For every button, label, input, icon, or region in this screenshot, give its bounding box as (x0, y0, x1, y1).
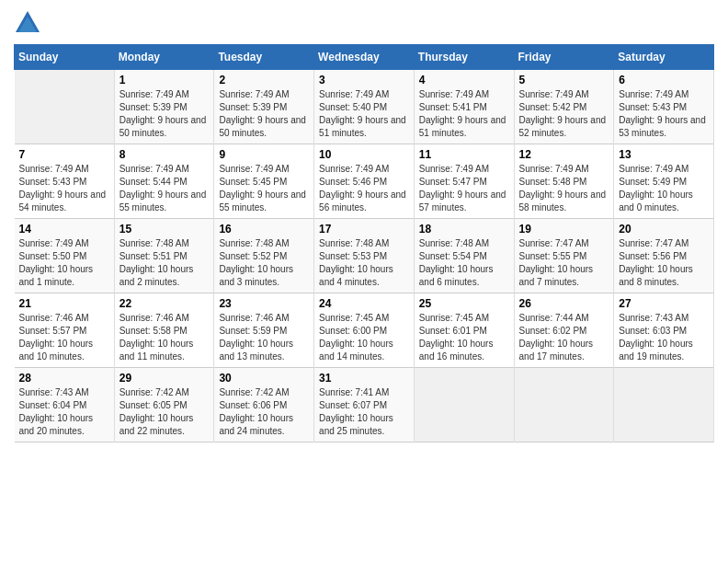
calendar-week-row: 14 Sunrise: 7:49 AMSunset: 5:50 PMDaylig… (15, 219, 714, 293)
day-info: Sunrise: 7:42 AMSunset: 6:06 PMDaylight:… (219, 387, 293, 436)
day-number: 25 (419, 297, 509, 310)
day-info: Sunrise: 7:49 AMSunset: 5:49 PMDaylight:… (619, 164, 693, 213)
day-info: Sunrise: 7:49 AMSunset: 5:46 PMDaylight:… (319, 164, 406, 213)
day-number: 7 (19, 148, 109, 161)
calendar-cell: 17 Sunrise: 7:48 AMSunset: 5:53 PMDaylig… (314, 219, 415, 293)
calendar-cell: 25 Sunrise: 7:45 AMSunset: 6:01 PMDaylig… (414, 293, 514, 368)
calendar-cell: 4 Sunrise: 7:49 AMSunset: 5:41 PMDayligh… (414, 70, 514, 144)
calendar-cell: 5 Sunrise: 7:49 AMSunset: 5:42 PMDayligh… (514, 70, 614, 144)
day-info: Sunrise: 7:46 AMSunset: 5:59 PMDaylight:… (219, 313, 293, 362)
day-info: Sunrise: 7:49 AMSunset: 5:43 PMDaylight:… (19, 164, 107, 213)
calendar-cell: 14 Sunrise: 7:49 AMSunset: 5:50 PMDaylig… (15, 219, 115, 293)
calendar-cell: 13 Sunrise: 7:49 AMSunset: 5:49 PMDaylig… (614, 144, 714, 219)
calendar-cell: 30 Sunrise: 7:42 AMSunset: 6:06 PMDaylig… (214, 368, 314, 442)
calendar-cell: 3 Sunrise: 7:49 AMSunset: 5:40 PMDayligh… (314, 70, 415, 144)
weekday-header-friday: Friday (514, 45, 614, 70)
day-info: Sunrise: 7:48 AMSunset: 5:54 PMDaylight:… (419, 238, 494, 287)
day-info: Sunrise: 7:49 AMSunset: 5:47 PMDaylight:… (419, 164, 506, 213)
calendar-cell (614, 368, 714, 442)
calendar-week-row: 28 Sunrise: 7:43 AMSunset: 6:04 PMDaylig… (15, 368, 714, 442)
calendar-cell: 6 Sunrise: 7:49 AMSunset: 5:43 PMDayligh… (614, 70, 714, 144)
day-number: 14 (19, 223, 109, 236)
day-info: Sunrise: 7:48 AMSunset: 5:51 PMDaylight:… (119, 238, 194, 287)
day-info: Sunrise: 7:49 AMSunset: 5:43 PMDaylight:… (619, 89, 706, 138)
weekday-header-row: SundayMondayTuesdayWednesdayThursdayFrid… (15, 45, 714, 70)
day-info: Sunrise: 7:45 AMSunset: 6:01 PMDaylight:… (419, 313, 494, 362)
day-number: 28 (19, 372, 109, 385)
calendar-cell: 1 Sunrise: 7:49 AMSunset: 5:39 PMDayligh… (114, 70, 214, 144)
calendar-week-row: 7 Sunrise: 7:49 AMSunset: 5:43 PMDayligh… (15, 144, 714, 219)
day-number: 15 (119, 223, 210, 236)
day-number: 18 (419, 223, 509, 236)
weekday-header-monday: Monday (114, 45, 214, 70)
calendar-cell: 26 Sunrise: 7:44 AMSunset: 6:02 PMDaylig… (514, 293, 614, 368)
day-info: Sunrise: 7:49 AMSunset: 5:40 PMDaylight:… (319, 89, 406, 138)
day-number: 31 (319, 372, 409, 385)
day-info: Sunrise: 7:49 AMSunset: 5:39 PMDaylight:… (219, 89, 306, 138)
calendar-cell: 10 Sunrise: 7:49 AMSunset: 5:46 PMDaylig… (314, 144, 415, 219)
day-number: 27 (619, 297, 709, 310)
day-number: 8 (119, 148, 210, 161)
calendar-cell: 24 Sunrise: 7:45 AMSunset: 6:00 PMDaylig… (314, 293, 415, 368)
calendar-cell: 12 Sunrise: 7:49 AMSunset: 5:48 PMDaylig… (514, 144, 614, 219)
calendar-cell: 2 Sunrise: 7:49 AMSunset: 5:39 PMDayligh… (214, 70, 314, 144)
day-info: Sunrise: 7:48 AMSunset: 5:53 PMDaylight:… (319, 238, 393, 287)
weekday-header-tuesday: Tuesday (214, 45, 314, 70)
day-number: 13 (619, 148, 709, 161)
day-info: Sunrise: 7:49 AMSunset: 5:41 PMDaylight:… (419, 89, 506, 138)
weekday-header-saturday: Saturday (614, 45, 714, 70)
calendar-cell: 20 Sunrise: 7:47 AMSunset: 5:56 PMDaylig… (614, 219, 714, 293)
day-info: Sunrise: 7:49 AMSunset: 5:50 PMDaylight:… (19, 238, 94, 287)
day-number: 10 (319, 148, 409, 161)
day-number: 6 (619, 74, 709, 86)
day-info: Sunrise: 7:49 AMSunset: 5:45 PMDaylight:… (219, 164, 306, 213)
day-number: 11 (419, 148, 509, 161)
day-number: 26 (519, 297, 609, 310)
day-number: 22 (119, 297, 210, 310)
day-info: Sunrise: 7:44 AMSunset: 6:02 PMDaylight:… (519, 313, 594, 362)
page-header (14, 9, 714, 37)
day-number: 23 (219, 297, 309, 310)
day-info: Sunrise: 7:49 AMSunset: 5:44 PMDaylight:… (119, 164, 207, 213)
day-info: Sunrise: 7:46 AMSunset: 5:57 PMDaylight:… (19, 313, 94, 362)
day-number: 12 (519, 148, 609, 161)
calendar-cell (15, 70, 115, 144)
day-info: Sunrise: 7:43 AMSunset: 6:04 PMDaylight:… (19, 387, 94, 436)
logo-icon (14, 9, 41, 37)
calendar-cell: 19 Sunrise: 7:47 AMSunset: 5:55 PMDaylig… (514, 219, 614, 293)
day-number: 19 (519, 223, 609, 236)
day-number: 4 (419, 74, 509, 86)
calendar-cell (514, 368, 614, 442)
calendar-cell: 29 Sunrise: 7:42 AMSunset: 6:05 PMDaylig… (114, 368, 214, 442)
calendar-cell: 7 Sunrise: 7:49 AMSunset: 5:43 PMDayligh… (15, 144, 115, 219)
day-number: 20 (619, 223, 709, 236)
calendar-cell: 21 Sunrise: 7:46 AMSunset: 5:57 PMDaylig… (15, 293, 115, 368)
calendar-cell: 28 Sunrise: 7:43 AMSunset: 6:04 PMDaylig… (15, 368, 115, 442)
calendar-cell: 9 Sunrise: 7:49 AMSunset: 5:45 PMDayligh… (214, 144, 314, 219)
day-number: 16 (219, 223, 309, 236)
day-number: 3 (319, 74, 409, 86)
day-info: Sunrise: 7:49 AMSunset: 5:39 PMDaylight:… (119, 89, 207, 138)
calendar-cell: 31 Sunrise: 7:41 AMSunset: 6:07 PMDaylig… (314, 368, 415, 442)
weekday-header-thursday: Thursday (414, 45, 514, 70)
day-info: Sunrise: 7:47 AMSunset: 5:56 PMDaylight:… (619, 238, 693, 287)
day-info: Sunrise: 7:46 AMSunset: 5:58 PMDaylight:… (119, 313, 194, 362)
day-info: Sunrise: 7:47 AMSunset: 5:55 PMDaylight:… (519, 238, 594, 287)
calendar-cell: 27 Sunrise: 7:43 AMSunset: 6:03 PMDaylig… (614, 293, 714, 368)
day-number: 24 (319, 297, 409, 310)
day-info: Sunrise: 7:42 AMSunset: 6:05 PMDaylight:… (119, 387, 194, 436)
day-number: 30 (219, 372, 309, 385)
calendar-cell: 8 Sunrise: 7:49 AMSunset: 5:44 PMDayligh… (114, 144, 214, 219)
calendar-week-row: 21 Sunrise: 7:46 AMSunset: 5:57 PMDaylig… (15, 293, 714, 368)
weekday-header-sunday: Sunday (15, 45, 115, 70)
day-info: Sunrise: 7:43 AMSunset: 6:03 PMDaylight:… (619, 313, 693, 362)
day-number: 21 (19, 297, 109, 310)
calendar-cell (414, 368, 514, 442)
calendar-cell: 23 Sunrise: 7:46 AMSunset: 5:59 PMDaylig… (214, 293, 314, 368)
logo (14, 9, 45, 37)
day-info: Sunrise: 7:45 AMSunset: 6:00 PMDaylight:… (319, 313, 393, 362)
calendar-cell: 16 Sunrise: 7:48 AMSunset: 5:52 PMDaylig… (214, 219, 314, 293)
day-info: Sunrise: 7:48 AMSunset: 5:52 PMDaylight:… (219, 238, 293, 287)
day-info: Sunrise: 7:49 AMSunset: 5:48 PMDaylight:… (519, 164, 607, 213)
day-number: 17 (319, 223, 409, 236)
